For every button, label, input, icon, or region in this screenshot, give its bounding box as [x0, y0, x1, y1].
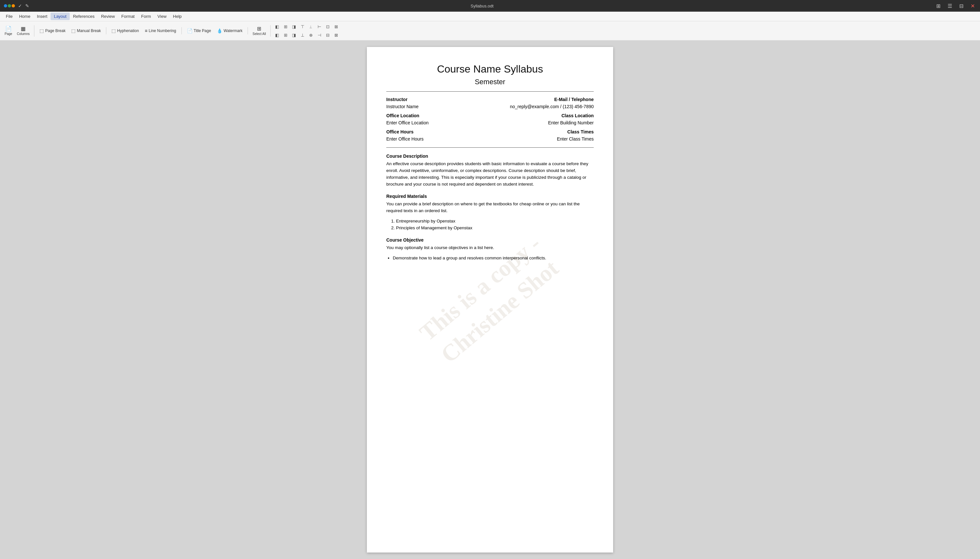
select-all-icon: ⊞: [257, 26, 261, 31]
line-numbering-icon: ≡: [145, 28, 148, 33]
align-left-top-btn[interactable]: ◧: [273, 23, 281, 30]
align-top-right-btn[interactable]: ⊢: [315, 23, 323, 30]
app-title: Syllabus.odt: [471, 3, 494, 8]
align-right-mid-btn[interactable]: ◨: [290, 31, 298, 39]
hyphenation-icon: ⬚: [111, 28, 116, 33]
page-label: Page: [5, 32, 12, 36]
toolbar: 📄 Page ▦ Columns ⬚ Page Break ⬚ Manual B…: [0, 22, 980, 40]
hyphenation-label: Hyphenation: [117, 28, 139, 33]
window-close-btn[interactable]: ✕: [969, 2, 976, 10]
page-break-label: Page Break: [45, 28, 65, 33]
instructor-header-row: Instructor E-Mail / Telephone: [386, 97, 594, 102]
menu-file[interactable]: File: [3, 13, 16, 20]
select-all-label: Select All: [252, 32, 266, 36]
align-diag-3-btn[interactable]: ⊟: [324, 31, 332, 39]
document-content: Course Name Syllabus Semester Instructor…: [386, 63, 594, 261]
instructor-contact: no_reply@example.com / (123) 456-7890: [510, 104, 594, 109]
class-times-label: Class Times: [567, 129, 594, 134]
align-top-left-btn[interactable]: ⊤: [298, 23, 306, 30]
align-mid-left-btn[interactable]: ⊥: [298, 31, 306, 39]
line-numbering-button[interactable]: ≡ Line Numbering: [142, 27, 179, 34]
page-icon: 📄: [5, 26, 12, 31]
office-hours-value: Enter Office Hours: [386, 136, 424, 142]
required-materials-title: Required Materials: [386, 194, 594, 199]
window-layout-btn[interactable]: ⊞: [935, 2, 942, 10]
align-diag-1-btn[interactable]: ⊡: [324, 23, 332, 30]
watermark-label: Watermark: [224, 28, 242, 33]
info-table: Instructor E-Mail / Telephone Instructor…: [386, 97, 594, 142]
office-hours-label: Office Hours: [386, 129, 413, 134]
menu-insert[interactable]: Insert: [34, 13, 51, 20]
menu-bar: File Home Insert Layout References Revie…: [0, 12, 980, 22]
instructor-name: Instructor Name: [386, 104, 419, 109]
align-mid-right-btn[interactable]: ⊣: [315, 31, 323, 39]
menu-review[interactable]: Review: [98, 13, 118, 20]
columns-label: Columns: [17, 32, 30, 36]
class-location-value: Enter Building Number: [548, 120, 594, 125]
align-center-mid-btn[interactable]: ⊞: [282, 31, 289, 39]
office-location-value-row: Enter Office Location Enter Building Num…: [386, 120, 594, 125]
header-divider-bottom: [386, 147, 594, 148]
app-logo: [4, 4, 15, 7]
toolbar-page-group: 📄 Page ▦ Columns: [3, 25, 34, 36]
instructor-label: Instructor: [386, 97, 407, 102]
manual-break-label: Manual Break: [77, 28, 101, 33]
menu-form[interactable]: Form: [138, 13, 154, 20]
align-diag-4-btn[interactable]: ⊠: [332, 31, 340, 39]
menu-view[interactable]: View: [154, 13, 170, 20]
list-item: Demonstrate how to lead a group and reso…: [393, 255, 594, 262]
window-menu-btn[interactable]: ☰: [946, 2, 953, 10]
office-hours-value-row: Enter Office Hours Enter Class Times: [386, 136, 594, 142]
list-item: Principles of Management by Openstax: [396, 225, 594, 232]
list-item: Entrepreneurship by Openstax: [396, 218, 594, 225]
header-divider-top: [386, 91, 594, 92]
toolbar-align-group: ◧ ⊞ ◨ ⊤ ⟂ ⊢ ⊡ ⊠ ◧ ⊞ ◨ ⊥ ⊕ ⊣ ⊟ ⊠: [273, 23, 343, 39]
title-page-label: Title Page: [194, 28, 211, 33]
logo-circle-orange: [12, 4, 15, 7]
office-hours-header-row: Office Hours Class Times: [386, 129, 594, 134]
page-break-button[interactable]: ⬚ Page Break: [37, 27, 68, 34]
instructor-value-row: Instructor Name no_reply@example.com / (…: [386, 104, 594, 109]
align-left-mid-btn[interactable]: ◧: [273, 31, 281, 39]
menu-home[interactable]: Home: [16, 13, 34, 20]
line-numbering-label: Line Numbering: [149, 28, 176, 33]
align-top-center-btn[interactable]: ⟂: [307, 23, 315, 30]
office-location-label: Office Location: [386, 113, 420, 118]
edit-icon[interactable]: ✎: [25, 3, 29, 8]
page-break-icon: ⬚: [40, 28, 44, 33]
align-mid-center-btn[interactable]: ⊕: [307, 31, 315, 39]
title-bar-left: ✓ ✎: [4, 3, 29, 8]
title-bar: ✓ ✎ Syllabus.odt ⊞ ☰ ⊟ ✕: [0, 0, 980, 12]
align-diag-2-btn[interactable]: ⊠: [332, 23, 340, 30]
email-tel-label: E-Mail / Telephone: [554, 97, 594, 102]
toolbar-text-group: ⬚ Hyphenation ≡ Line Numbering: [109, 27, 181, 34]
align-right-top-btn[interactable]: ◨: [290, 23, 298, 30]
watermark-icon: 💧: [217, 28, 222, 33]
title-bar-right: ⊞ ☰ ⊟ ✕: [935, 2, 976, 10]
columns-icon: ▦: [21, 26, 26, 31]
menu-references[interactable]: References: [70, 13, 98, 20]
window-pin-btn[interactable]: ⊟: [958, 2, 965, 10]
menu-help[interactable]: Help: [170, 13, 185, 20]
course-objective-title: Course Objective: [386, 237, 594, 243]
align-center-top-btn[interactable]: ⊞: [282, 23, 289, 30]
hyphenation-button[interactable]: ⬚ Hyphenation: [109, 27, 141, 34]
toolbar-breaks-group: ⬚ Page Break ⬚ Manual Break: [37, 27, 106, 34]
menu-format[interactable]: Format: [118, 13, 138, 20]
page-button[interactable]: 📄 Page: [3, 25, 14, 36]
checkmark-icon[interactable]: ✓: [18, 3, 22, 8]
columns-button[interactable]: ▦ Columns: [15, 25, 32, 36]
course-desc-body: An effective course description provides…: [386, 160, 594, 188]
manual-break-button[interactable]: ⬚ Manual Break: [69, 27, 103, 34]
title-page-button[interactable]: 📄 Title Page: [184, 27, 214, 34]
title-page-icon: 📄: [187, 28, 192, 33]
required-materials-list: Entrepreneurship by Openstax Principles …: [396, 218, 594, 232]
menu-layout[interactable]: Layout: [51, 13, 70, 20]
course-objective-intro: You may optionally list a course objecti…: [386, 245, 594, 251]
watermark-button[interactable]: 💧 Watermark: [214, 27, 245, 34]
course-objective-list: Demonstrate how to lead a group and reso…: [393, 255, 594, 262]
logo-circle-blue: [4, 4, 7, 7]
document-area: This is a copy -Christine Shot Course Na…: [0, 40, 980, 559]
toolbar-select-group: ⊞ Select All: [250, 25, 270, 36]
select-all-button[interactable]: ⊞ Select All: [250, 25, 268, 36]
